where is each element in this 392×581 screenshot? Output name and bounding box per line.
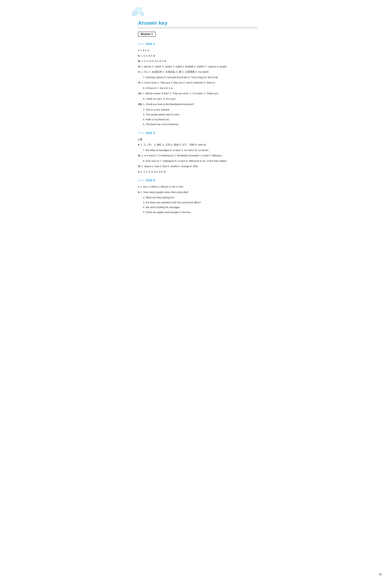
svg-text:✦: ✦	[137, 12, 138, 13]
answer-indented: 2. This is a nice camera.	[138, 108, 257, 112]
svg-marker-9	[142, 43, 143, 45]
unit-2-icon	[138, 131, 144, 135]
unit-1-title: Unit 1	[146, 42, 155, 46]
unit-1-section-5: V.1. 小心 2. 欢迎回来 3. 从现在起 4. 看 5. 让我看看 6. …	[138, 70, 257, 79]
unit-1-section-8: VIII.1. Could you look at the blackboard…	[138, 102, 257, 126]
unit-1-section-3: III.1. C 2. D 3. A 4. A 5. B	[138, 59, 257, 63]
svg-marker-15	[142, 180, 143, 181]
unit-3-icon	[138, 178, 144, 182]
unit-1-section-2: II.1. C 2. A 3. B	[138, 54, 257, 58]
answer-row: III.1. in a hurry 2. I'm looking for 3. …	[138, 153, 257, 158]
answer-indented: 3. Are there any animals in the lost and…	[138, 200, 257, 204]
unit-2-section-3: III.1. in a hurry 2. I'm looking for 3. …	[138, 153, 257, 163]
answer-indented: 4. We aren't looking for sausages.	[138, 205, 257, 210]
unit-3-section-1: I.1. your 2. theirs 3. Whose 4. his 5. h…	[138, 184, 257, 189]
answer-row: VIII.1. Could you look at the blackboard…	[138, 102, 257, 106]
answer-row: 7. two kilos of sausages 8. in taxis 9. …	[138, 148, 257, 152]
answer-indented: 3. The purple pencil case is mine.	[138, 112, 257, 117]
answer-indented: 5. There are apples and oranges in the b…	[138, 210, 257, 214]
module-label: Module 1	[138, 32, 156, 37]
answer-row: 5. I think it's Lily's. 6. It's Lily's.	[138, 97, 257, 101]
unit-1-section-6: VI.1. it isn't mine 2. They are 3. they …	[138, 80, 257, 90]
unit-1-section-1: I.1. B 2. A	[138, 48, 257, 52]
unit-3-header: Unit 3	[138, 178, 257, 182]
answer-indented: 2. What are they looking for?	[138, 195, 257, 200]
answer-row: V.1. 小心 2. 欢迎回来 3. 从现在起 4. 看 5. 让我看看 6. …	[138, 70, 257, 74]
svg-point-14	[140, 179, 142, 182]
unit-3-section: Unit 3I.1. your 2. theirs 3. Whose 4. hi…	[138, 178, 257, 214]
unit-3-section-2: II.1. How many people come here every da…	[138, 190, 257, 214]
unit-2-title: Unit 2	[146, 131, 155, 135]
bubble-decoration: ✦ ✦	[131, 5, 145, 16]
title-divider	[138, 28, 257, 28]
unit-1-section-7: VII.1. Whose eraser is this? 2. They are…	[138, 91, 257, 101]
svg-text:✦: ✦	[140, 9, 141, 10]
unit-2-header: Unit 2	[138, 131, 257, 135]
svg-point-3	[135, 7, 138, 10]
svg-marker-12	[142, 132, 143, 134]
svg-point-11	[140, 132, 142, 134]
unit-2-section-4: IV.1. airport 2. lose 3. find 4. careful…	[138, 164, 257, 168]
svg-point-4	[140, 7, 142, 9]
svg-point-2	[140, 12, 144, 16]
answer-indented: 5. The book has a lot of pictures.	[138, 122, 257, 126]
unit-1-header: Unit 1	[138, 42, 257, 46]
unit-1-section: Unit 1I.1. B 2. AII.1. C 2. A 3. BIII.1.…	[138, 42, 257, 126]
answer-row: 7. Daming's gloves 8. lost and found box…	[138, 75, 257, 80]
answer-row: 6. from now on 7. looking for 8. in taxi…	[138, 159, 257, 163]
unit-3-title: Unit 3	[146, 178, 155, 182]
svg-point-8	[140, 43, 142, 45]
unit-2-section: Unit 2I.略II.1. 上（车） 2. 匆忙 3. 几百 4. 很多 5.…	[138, 131, 257, 174]
answer-indented: 4. Katie is my friend too.	[138, 117, 257, 122]
answer-row: II.1. How many people come here every da…	[138, 190, 257, 194]
answer-row: VII.1. Whose eraser is this? 2. They are…	[138, 91, 257, 96]
unit-2-section-5: V.1. C 2. D 3. A 4. D 5. B	[138, 170, 257, 174]
unit-1-icon	[138, 42, 144, 46]
answer-row: II.1. 上（车） 2. 匆忙 3. 几百 4. 很多 5. 当下，此时 6.…	[138, 142, 257, 147]
answer-key-title: Answer key	[138, 20, 257, 26]
answer-row: 6. I'd love to 7. He is 8. it is	[138, 86, 257, 90]
answer-row: VI.1. it isn't mine 2. They are 3. they …	[138, 80, 257, 85]
unit-1-section-4: IV.1. gloves 2. watch 3. eraser 4. walle…	[138, 64, 257, 69]
unit-2-section-1: I.略	[138, 137, 257, 142]
unit-2-section-2: II.1. 上（车） 2. 匆忙 3. 几百 4. 很多 5. 当下，此时 6.…	[138, 142, 257, 152]
